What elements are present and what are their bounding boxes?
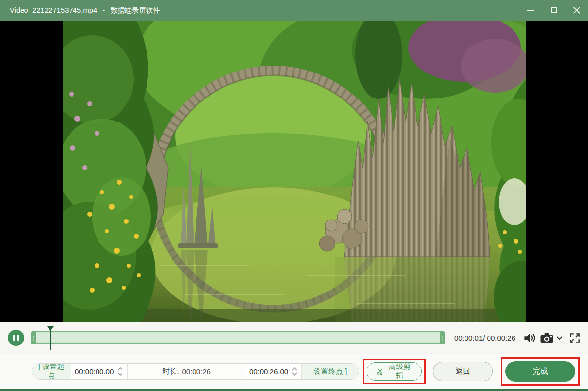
- end-time-value[interactable]: 00:00:26.00: [249, 367, 288, 376]
- trim-range-control: [ 设置起点 00:00:00.00 时长: 00:00:26 00:00:26…: [32, 363, 359, 380]
- maximize-icon: [551, 7, 557, 13]
- video-frame-image: [63, 21, 526, 322]
- speaker-icon: [523, 331, 536, 344]
- window-title-filename: Video_221227153745.mp4: [10, 6, 97, 14]
- time-display: 00:00:01/ 00:00:26: [454, 334, 515, 342]
- window-title-separator: -: [102, 6, 105, 14]
- done-highlight: 完成: [501, 357, 580, 386]
- start-time-value[interactable]: 00:00:00.00: [75, 367, 114, 376]
- start-time-steppers: [117, 367, 123, 376]
- done-button[interactable]: 完成: [505, 361, 575, 382]
- chevron-down-icon: [555, 334, 564, 342]
- video-preview[interactable]: [0, 21, 588, 322]
- volume-button[interactable]: [523, 330, 536, 346]
- screenshot-options-button[interactable]: [555, 330, 564, 346]
- scissors-icon: [376, 367, 383, 376]
- playback-controls: 00:00:01/ 00:00:26: [0, 322, 588, 354]
- pause-button[interactable]: [8, 330, 24, 346]
- set-start-point-button[interactable]: [ 设置起点: [32, 364, 71, 379]
- end-time-steppers: [292, 367, 297, 376]
- maximize-button[interactable]: [542, 0, 565, 21]
- set-end-point-button[interactable]: 设置终点 ]: [302, 364, 359, 379]
- back-button[interactable]: 返回: [433, 362, 493, 381]
- close-button[interactable]: [565, 0, 588, 21]
- pause-icon: [13, 335, 15, 341]
- timeline-trim-bar[interactable]: [31, 331, 445, 344]
- start-time-up-button[interactable]: [117, 367, 123, 371]
- minimize-button[interactable]: [519, 0, 542, 21]
- window-bottom-border: [0, 389, 588, 391]
- end-time-down-button[interactable]: [292, 372, 297, 376]
- trim-end-handle[interactable]: [440, 331, 445, 344]
- advanced-edit-highlight: 高级剪辑: [363, 359, 426, 384]
- duration-value: 00:00:26: [182, 367, 210, 376]
- start-time-down-button[interactable]: [117, 372, 123, 376]
- trim-settings-bar: [ 设置起点 00:00:00.00 时长: 00:00:26 00:00:26…: [0, 354, 588, 389]
- duration-label: 时长:: [162, 367, 179, 376]
- camera-icon: [539, 331, 554, 345]
- fullscreen-button[interactable]: [568, 330, 581, 346]
- screenshot-button[interactable]: [539, 330, 554, 346]
- minimize-icon: [527, 10, 534, 11]
- end-time-up-button[interactable]: [292, 367, 297, 371]
- window-title-appname: 数据蛙录屏软件: [110, 6, 160, 15]
- start-time-input[interactable]: 00:00:00.00: [71, 364, 128, 379]
- fullscreen-icon: [568, 332, 581, 344]
- app-window: Video_221227153745.mp4 - 数据蛙录屏软件: [0, 0, 588, 391]
- titlebar: Video_221227153745.mp4 - 数据蛙录屏软件: [0, 0, 588, 21]
- trim-selected-range: [33, 333, 443, 342]
- window-controls: [519, 0, 588, 21]
- duration-display: 时长: 00:00:26: [128, 364, 245, 379]
- close-icon: [573, 6, 581, 14]
- end-time-input[interactable]: 00:00:26.00: [245, 364, 302, 379]
- advanced-edit-button[interactable]: 高级剪辑: [367, 362, 422, 381]
- trim-start-handle[interactable]: [31, 331, 36, 344]
